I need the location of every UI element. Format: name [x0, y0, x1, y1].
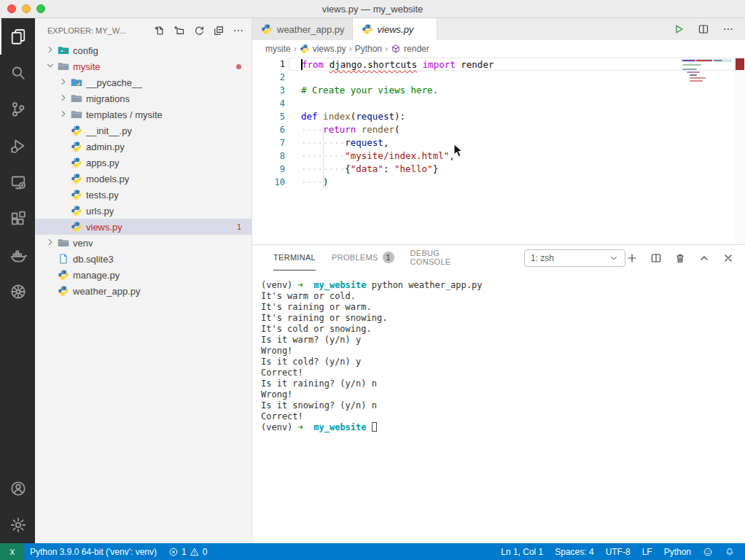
overview-ruler[interactable] — [735, 58, 745, 244]
refresh-icon[interactable] — [192, 23, 206, 38]
tree-item-manage-py[interactable]: manage.py — [35, 267, 251, 283]
ellipsis-icon[interactable] — [722, 23, 735, 36]
status-label: Python — [664, 547, 691, 557]
remote-indicator[interactable] — [0, 543, 24, 560]
activity-item-remote-explorer[interactable] — [0, 164, 35, 201]
tab-views-py[interactable]: views.py — [353, 18, 438, 40]
split-editor-icon[interactable] — [697, 23, 710, 36]
collapse-all-icon[interactable] — [211, 23, 226, 38]
python-icon — [70, 125, 82, 136]
trash-icon[interactable] — [674, 252, 687, 265]
panel-tab-problems[interactable]: PROBLEMS1 — [332, 245, 394, 271]
tree-item-mysite[interactable]: mysite — [35, 58, 251, 74]
terminal-output[interactable]: (venv) ➜ my_website python weather_app.p… — [252, 271, 745, 543]
tree-item-migrations[interactable]: migrations — [35, 90, 251, 106]
new-folder-icon[interactable] — [172, 23, 187, 38]
accounts-icon — [9, 480, 27, 497]
remote-explorer-icon — [9, 174, 27, 191]
breadcrumb-item-mysite[interactable]: mysite — [265, 44, 291, 54]
status-lf[interactable]: LF — [636, 547, 658, 557]
problems-count-badge: 1 — [383, 252, 394, 263]
tree-item-label: apps.py — [86, 158, 120, 168]
tree-item-views-py[interactable]: views.py1 — [35, 219, 251, 235]
tree-item--init-py[interactable]: __init__.py — [35, 122, 251, 139]
close-icon[interactable] — [722, 252, 735, 265]
terminal-line: (venv) ➜ my_website python weather_app.p… — [261, 280, 745, 291]
breadcrumb-item-python[interactable]: Python — [355, 44, 382, 54]
run-icon[interactable] — [672, 23, 685, 36]
tree-item-venv[interactable]: venv — [35, 235, 251, 251]
chevron-right-icon — [58, 93, 69, 103]
activity-item-source-control[interactable] — [0, 91, 35, 128]
status-feedback-button[interactable] — [697, 547, 719, 557]
code-editor[interactable]: 1from django.shortcuts import render23# … — [252, 58, 745, 244]
tree-item-label: urls.py — [86, 206, 114, 217]
activity-item-extensions[interactable] — [0, 201, 35, 237]
python-interpreter-status[interactable]: Python 3.9.0 64-bit ('venv': venv) — [24, 543, 163, 560]
tree-item-db-sqlite3[interactable]: db.sqlite3 — [35, 251, 251, 267]
code-line-content: ········request, — [289, 136, 735, 149]
tree-item-models-py[interactable]: models.py — [35, 171, 251, 187]
search-icon — [9, 64, 27, 82]
file-icon — [57, 253, 69, 265]
code-line-1: 1from django.shortcuts import render — [252, 58, 735, 71]
tree-item-apps-py[interactable]: apps.py — [35, 155, 251, 171]
status-bell-button[interactable] — [719, 547, 741, 557]
tree-item-config[interactable]: config — [35, 42, 251, 58]
new-file-icon[interactable] — [152, 23, 167, 38]
kubernetes-icon — [9, 283, 27, 300]
tab-weather_app-py[interactable]: weather_app.py — [252, 18, 353, 40]
breadcrumb-separator: › — [384, 44, 389, 54]
status-ln-1-col-1[interactable]: Ln 1, Col 1 — [495, 547, 549, 557]
tree-item-label: migrations — [86, 93, 130, 104]
breadcrumb-item-views-py[interactable]: views.py — [300, 44, 346, 54]
terminal-shell-select[interactable]: 1: zsh — [524, 249, 625, 267]
traffic-light-minimize[interactable] — [22, 4, 31, 13]
code-line-content — [289, 71, 735, 84]
status-bar: Python 3.9.0 64-bit ('venv': venv) 10 Ln… — [0, 543, 745, 560]
breadcrumb-item-render[interactable]: render — [391, 44, 429, 54]
chevron-up-icon[interactable] — [698, 252, 711, 265]
panel-tab-debug-console[interactable]: DEBUG CONSOLE — [410, 245, 467, 271]
traffic-light-zoom[interactable] — [36, 4, 45, 13]
chevron-right-icon — [58, 77, 69, 87]
activity-item-docker[interactable] — [0, 237, 35, 273]
terminal-line: Is it warm? (y/n) y — [261, 335, 745, 346]
docker-icon — [9, 246, 27, 264]
activity-item-run-debug[interactable] — [0, 128, 35, 164]
plus-icon[interactable] — [625, 252, 639, 265]
breadcrumb-label: mysite — [265, 44, 291, 54]
warning-icon — [190, 547, 200, 557]
minimap[interactable] — [681, 58, 735, 244]
tree-item--pycache-[interactable]: __pycache__ — [35, 74, 251, 90]
activity-item-accounts[interactable] — [0, 470, 35, 507]
traffic-light-close[interactable] — [7, 4, 16, 13]
shell-select-value: 1: zsh — [531, 253, 554, 263]
tree-item-templates-mysite[interactable]: templates / mysite — [35, 106, 251, 122]
ellipsis-icon[interactable] — [231, 23, 246, 38]
tree-item-admin-py[interactable]: admin.py — [35, 139, 251, 155]
chevron-down-icon — [609, 253, 619, 263]
tree-item-label: weather_app.py — [73, 286, 141, 297]
tree-item-weather-app-py[interactable]: weather_app.py — [35, 283, 251, 299]
split-terminal-icon[interactable] — [650, 252, 663, 265]
terminal-line: Correct! — [261, 411, 745, 422]
activity-item-explorer[interactable] — [0, 18, 35, 55]
chevron-right-icon — [45, 44, 55, 55]
activity-item-search[interactable] — [0, 55, 35, 91]
python-icon — [57, 285, 69, 297]
status-spaces-4[interactable]: Spaces: 4 — [549, 547, 599, 557]
problems-status[interactable]: 10 — [163, 543, 213, 560]
terminal-line: Is it raining? (y/n) n — [261, 378, 745, 389]
terminal-line: (venv) ➜ my_website — [261, 422, 745, 433]
python-icon — [70, 205, 82, 217]
tree-item-tests-py[interactable]: tests.py — [35, 187, 251, 203]
activity-item-settings-gear[interactable] — [0, 507, 35, 543]
close-icon[interactable] — [418, 23, 429, 35]
panel-tab-terminal[interactable]: TERMINAL — [273, 245, 316, 271]
tree-item-urls-py[interactable]: urls.py — [35, 203, 251, 219]
folder-icon — [70, 109, 82, 120]
status-python[interactable]: Python — [658, 547, 697, 557]
status-utf-8[interactable]: UTF-8 — [600, 547, 636, 557]
activity-item-kubernetes[interactable] — [0, 273, 35, 310]
